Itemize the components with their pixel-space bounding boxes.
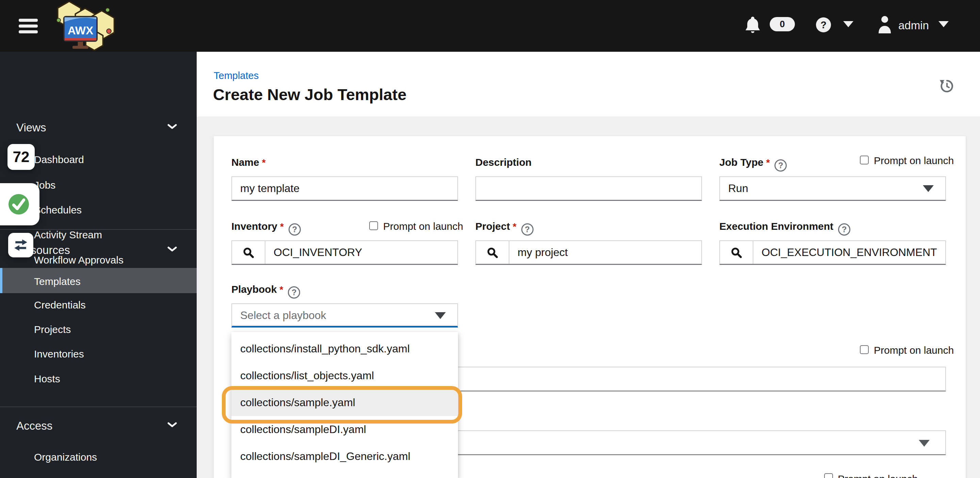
inventory-field: [231, 241, 458, 265]
inventory-label: Inventory*?: [231, 221, 301, 236]
playbook-option-2[interactable]: collections/list_objects.yaml: [231, 362, 458, 389]
name-label: Name*: [231, 157, 266, 168]
sidebar-item-hosts[interactable]: Hosts: [34, 373, 60, 385]
description-label: Description: [476, 157, 531, 168]
sidebar-item-inventories[interactable]: Inventories: [34, 348, 84, 360]
chevron-down-icon: [435, 312, 446, 319]
execution-environment-input[interactable]: [753, 241, 945, 264]
nav-group-views[interactable]: Views: [16, 121, 46, 134]
check-icon: [8, 194, 29, 215]
sidebar-item-templates-selected-row[interactable]: [0, 268, 197, 293]
execution-environment-field: [719, 241, 946, 265]
playbook-option-5[interactable]: collections/sampleDI_Generic.yaml: [231, 443, 458, 470]
sidebar-item-credentials[interactable]: Credentials: [34, 299, 86, 311]
help-menu-caret-icon[interactable]: [843, 21, 853, 27]
prompt-on-launch-label: Prompt on launch: [383, 221, 463, 232]
masthead: AWX 0 ? admin: [0, 0, 980, 52]
breadcrumb-templates-link[interactable]: Templates: [214, 70, 259, 81]
name-field: [231, 176, 458, 201]
chevron-down-icon: [923, 185, 934, 192]
overlay-success-badge: [0, 183, 40, 225]
prompt-on-launch-label: Prompt on launch: [838, 473, 918, 478]
project-label: Project*?: [476, 221, 533, 236]
help-icon[interactable]: ?: [521, 223, 533, 236]
username[interactable]: admin: [898, 19, 929, 32]
description-input[interactable]: [476, 177, 701, 200]
awx-app: AWX 0 ? admin Views Dashboard Jobs Sche: [0, 0, 980, 478]
execution-environment-label: Execution Environment?: [719, 221, 850, 236]
history-icon[interactable]: [939, 78, 954, 93]
required-asterisk: *: [766, 157, 770, 168]
hamburger-icon: [19, 19, 38, 22]
help-icon[interactable]: ?: [288, 286, 300, 299]
nav-group-access[interactable]: Access: [16, 419, 52, 432]
job-type-label: Job Type*?: [719, 157, 787, 172]
execution-environment-search-button[interactable]: [720, 241, 753, 264]
sidebar-item-activity-stream[interactable]: Activity Stream: [34, 229, 102, 241]
job-type-value: Run: [728, 177, 748, 200]
sidebar-item-projects[interactable]: Projects: [34, 324, 71, 335]
bottom-prompt-checkbox[interactable]: [824, 473, 833, 478]
prompt-on-launch-label: Prompt on launch: [874, 155, 954, 166]
project-field: [476, 241, 702, 265]
chevron-down-icon: [919, 440, 930, 447]
inventory-search-button[interactable]: [232, 241, 266, 264]
sidebar-item-organizations[interactable]: Organizations: [34, 451, 97, 463]
project-input[interactable]: [509, 241, 701, 264]
search-icon: [487, 247, 498, 258]
awx-logo[interactable]: AWX: [51, 2, 119, 51]
prompt-on-launch-label: Prompt on launch: [874, 344, 954, 356]
playbook-label: Playbook*?: [231, 284, 300, 299]
annotation-highlight-ring: [222, 386, 462, 424]
user-icon: [877, 15, 892, 35]
search-icon: [243, 247, 254, 258]
project-search-button[interactable]: [476, 241, 509, 264]
help-icon[interactable]: ?: [838, 223, 850, 236]
name-input[interactable]: [232, 177, 457, 200]
inventory-input[interactable]: [266, 241, 457, 264]
job-type-prompt-checkbox[interactable]: [860, 156, 869, 164]
notifications-count-badge: 0: [770, 17, 795, 31]
credentials-prompt-checkbox[interactable]: [860, 345, 869, 354]
user-menu-caret-icon[interactable]: [939, 21, 949, 27]
svg-text:AWX: AWX: [68, 24, 93, 37]
playbook-placeholder: Select a playbook: [240, 304, 326, 327]
required-asterisk: *: [280, 221, 284, 232]
swap-arrows-icon: [14, 239, 28, 251]
inventory-prompt-checkbox[interactable]: [369, 221, 378, 230]
chevron-down-icon[interactable]: [167, 422, 177, 428]
sidebar-item-templates[interactable]: Templates: [34, 276, 81, 287]
playbook-select[interactable]: Select a playbook: [231, 303, 458, 328]
sidebar-item-dashboard[interactable]: Dashboard: [34, 154, 84, 166]
chevron-down-icon[interactable]: [167, 247, 177, 252]
nav-toggle-button[interactable]: [19, 19, 38, 34]
required-asterisk: *: [279, 284, 283, 295]
required-asterisk: *: [513, 221, 517, 232]
search-icon: [730, 247, 742, 258]
page-header: [197, 52, 980, 116]
playbook-option-1[interactable]: collections/install_python_sdk.yaml: [231, 335, 458, 362]
job-type-select[interactable]: Run: [719, 176, 946, 201]
notifications-bell-icon[interactable]: [745, 16, 760, 35]
sidebar-item-schedules[interactable]: Schedules: [34, 204, 82, 216]
sidebar-nav: Views Dashboard Jobs Schedules Activity …: [0, 52, 197, 478]
chevron-down-icon[interactable]: [167, 124, 177, 129]
description-field: [476, 176, 702, 201]
page-title: Create New Job Template: [213, 85, 407, 104]
overlay-swap-badge: [8, 233, 33, 257]
required-asterisk: *: [262, 157, 266, 168]
help-icon[interactable]: ?: [775, 159, 787, 172]
help-icon[interactable]: ?: [816, 18, 831, 32]
help-icon[interactable]: ?: [288, 223, 301, 236]
overlay-counter-badge: 72: [8, 144, 35, 170]
